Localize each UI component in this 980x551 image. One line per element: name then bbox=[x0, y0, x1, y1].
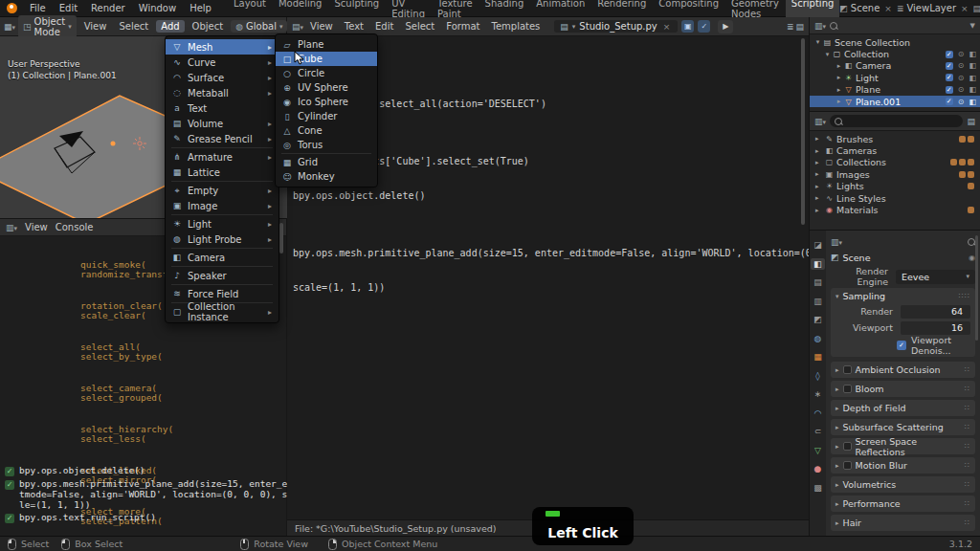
render-visibility-icon[interactable]: ◧ bbox=[969, 85, 976, 94]
panel-subsurface-scattering[interactable]: ▸Subsurface Scattering∷ bbox=[831, 419, 975, 435]
expand-icon[interactable]: ▸ bbox=[815, 194, 824, 202]
expand-icon[interactable]: ▸ bbox=[835, 74, 843, 81]
panel-volumetrics[interactable]: ▸Volumetrics∷ bbox=[831, 476, 975, 493]
editor-type-icon[interactable]: ▥▾ bbox=[6, 223, 17, 232]
render-visibility-icon[interactable]: ◧ bbox=[969, 74, 976, 82]
add-menu-item-empty[interactable]: ⌖Empty▸ bbox=[166, 183, 278, 198]
properties-scrollbar[interactable] bbox=[975, 235, 978, 341]
viewport-samples-field[interactable]: 16 bbox=[901, 321, 970, 335]
editor-scrollbar[interactable] bbox=[801, 38, 805, 225]
tab-render-icon[interactable]: ◧ bbox=[811, 258, 825, 270]
mesh-item-plane[interactable]: ▱Plane bbox=[276, 37, 377, 52]
checkbox-icon[interactable] bbox=[843, 442, 852, 451]
mesh-item-uv-sphere[interactable]: ⊕UV Sphere bbox=[276, 80, 377, 95]
datablock-row-images[interactable]: ▸▣Images bbox=[810, 168, 980, 180]
drag-grip-icon[interactable]: ∷ bbox=[965, 480, 970, 489]
checkbox-icon[interactable] bbox=[946, 86, 953, 94]
tab-object-data-icon[interactable]: ▽ bbox=[811, 445, 825, 456]
tab-output-icon[interactable]: ▤ bbox=[811, 276, 825, 288]
drag-grip-icon[interactable]: ∷ bbox=[965, 365, 970, 374]
outliner-row-plane[interactable]: ▸ ▽ Plane ⊙◧ bbox=[810, 84, 980, 96]
viewport-menu-add[interactable]: Add bbox=[156, 20, 184, 33]
eye-icon[interactable]: ⊙ bbox=[958, 85, 965, 94]
add-menu-item-light[interactable]: ☀Light▸ bbox=[166, 216, 278, 231]
render-visibility-icon[interactable]: ◧ bbox=[969, 61, 976, 70]
eye-icon[interactable]: ⊙ bbox=[958, 98, 965, 106]
console-scrollbar[interactable] bbox=[279, 223, 283, 253]
tab-object-icon[interactable]: ▦ bbox=[811, 351, 825, 363]
view-layer-unlink-icon[interactable]: × bbox=[959, 4, 970, 13]
blender-logo-icon[interactable] bbox=[7, 3, 17, 13]
viewport-menu-select[interactable]: Select bbox=[114, 20, 153, 33]
drag-grip-icon[interactable]: ∷ bbox=[965, 423, 970, 431]
checkbox-icon[interactable] bbox=[946, 74, 953, 81]
datablock-row-collections[interactable]: ▸▢Collections bbox=[810, 157, 980, 168]
render-engine-dropdown[interactable]: Eevee ▾ bbox=[896, 270, 975, 284]
editor-type-icon[interactable]: ▦▾ bbox=[4, 22, 15, 32]
checkbox-icon[interactable] bbox=[843, 461, 852, 470]
text-menu-edit[interactable]: Edit bbox=[370, 20, 398, 33]
menu-render[interactable]: Render bbox=[84, 3, 132, 13]
outliner-row-plane-001[interactable]: ▸ ▽ Plane.001 ⊙◧ bbox=[810, 96, 980, 107]
add-menu-item-metaball[interactable]: ◌Metaball▸ bbox=[166, 85, 278, 100]
mesh-item-cylinder[interactable]: ▯Cylinder bbox=[276, 109, 377, 123]
console-menu-view[interactable]: View bbox=[25, 222, 48, 232]
render-samples-field[interactable]: 64 bbox=[901, 305, 970, 319]
mesh-item-grid[interactable]: ▦Grid bbox=[276, 155, 377, 169]
editor-type-icon[interactable]: ▥▾ bbox=[814, 21, 826, 31]
panel-bloom[interactable]: ▸Bloom∷ bbox=[831, 381, 975, 397]
menu-window[interactable]: Window bbox=[132, 3, 183, 13]
expand-icon[interactable]: ▸ bbox=[815, 159, 824, 166]
editor-type-icon[interactable]: ▤▾ bbox=[292, 22, 303, 32]
editor-type-icon[interactable]: ▥▾ bbox=[814, 117, 826, 126]
expand-icon[interactable]: ▸ bbox=[815, 207, 824, 214]
search-icon[interactable] bbox=[830, 22, 837, 30]
tab-material-icon[interactable]: ● bbox=[811, 463, 825, 474]
text-datablock-selector[interactable]: ▤ ▾ Studio_Setup.py × bbox=[554, 20, 678, 33]
unlink-text-icon[interactable]: × bbox=[661, 22, 673, 32]
view-layer-selector[interactable]: ViewLayer bbox=[906, 3, 956, 13]
mesh-item-circle[interactable]: ○Circle bbox=[276, 66, 377, 80]
add-menu-item-mesh[interactable]: ▽Mesh▸ bbox=[166, 39, 278, 55]
expand-icon[interactable]: ▾ bbox=[813, 38, 822, 46]
mesh-item-monkey[interactable]: ☺Monkey bbox=[276, 169, 377, 184]
add-menu-item-speaker[interactable]: ♪Speaker bbox=[166, 268, 278, 283]
tab-particles-icon[interactable]: ∗ bbox=[811, 388, 825, 400]
viewport-menu-object[interactable]: Object bbox=[188, 20, 229, 33]
datablock-row-line-styles[interactable]: ▸∿Line Styles bbox=[810, 192, 980, 204]
orientation-dropdown[interactable]: ◍ Global ▾ bbox=[231, 20, 287, 33]
expand-icon[interactable]: ▸ bbox=[815, 135, 824, 143]
text-menu-text[interactable]: Text bbox=[340, 20, 368, 33]
panel-hair[interactable]: ▸Hair∷ bbox=[831, 515, 975, 531]
panel-motion-blur[interactable]: ▸Motion Blur∷ bbox=[831, 457, 975, 474]
scene-selector[interactable]: Scene bbox=[851, 3, 880, 13]
tab-modifiers-icon[interactable]: ◊ bbox=[811, 370, 825, 382]
render-visibility-icon[interactable]: ◧ bbox=[969, 98, 976, 106]
add-menu-item-camera[interactable]: ◧Camera bbox=[166, 250, 278, 265]
panel-screen-space-reflections[interactable]: ▸Screen Space Reflections∷ bbox=[831, 438, 975, 454]
text-internal-toggle[interactable]: ▣ bbox=[681, 20, 694, 33]
checkbox-icon[interactable] bbox=[946, 98, 953, 105]
filter-icon[interactable]: ▼ bbox=[970, 22, 975, 30]
eye-icon[interactable]: ⊙ bbox=[958, 61, 965, 70]
drag-grip-icon[interactable]: ∷ bbox=[965, 404, 970, 412]
add-menu-item-image[interactable]: ▣Image▸ bbox=[166, 198, 278, 213]
add-menu-item-surface[interactable]: ◠Surface▸ bbox=[166, 70, 278, 85]
tab-physics-icon[interactable]: ◠ bbox=[811, 408, 825, 419]
eye-icon[interactable]: ⊙ bbox=[958, 50, 965, 58]
drag-grip-icon[interactable]: ∷ bbox=[965, 442, 970, 451]
drag-grip-icon[interactable]: ∷ bbox=[965, 499, 970, 508]
menu-edit[interactable]: Edit bbox=[53, 3, 84, 13]
run-script-button[interactable]: ▶ bbox=[718, 20, 733, 33]
editor-type-icon[interactable]: ▥▾ bbox=[831, 237, 842, 247]
add-menu-item-curve[interactable]: ∿Curve▸ bbox=[166, 55, 278, 70]
tab-tool-icon[interactable]: ◪ bbox=[811, 239, 825, 251]
text-menu-select[interactable]: Select bbox=[400, 20, 439, 33]
panel-ambient-occlusion[interactable]: ▸Ambient Occlusion∷ bbox=[831, 362, 975, 378]
console-menu-console[interactable]: Console bbox=[56, 222, 94, 232]
render-visibility-icon[interactable]: ◧ bbox=[969, 50, 976, 58]
menu-help[interactable]: Help bbox=[183, 3, 218, 13]
expand-icon[interactable]: ▸ bbox=[815, 183, 824, 190]
menu-file[interactable]: File bbox=[23, 3, 53, 13]
panel-performance[interactable]: ▸Performance∷ bbox=[831, 496, 975, 512]
